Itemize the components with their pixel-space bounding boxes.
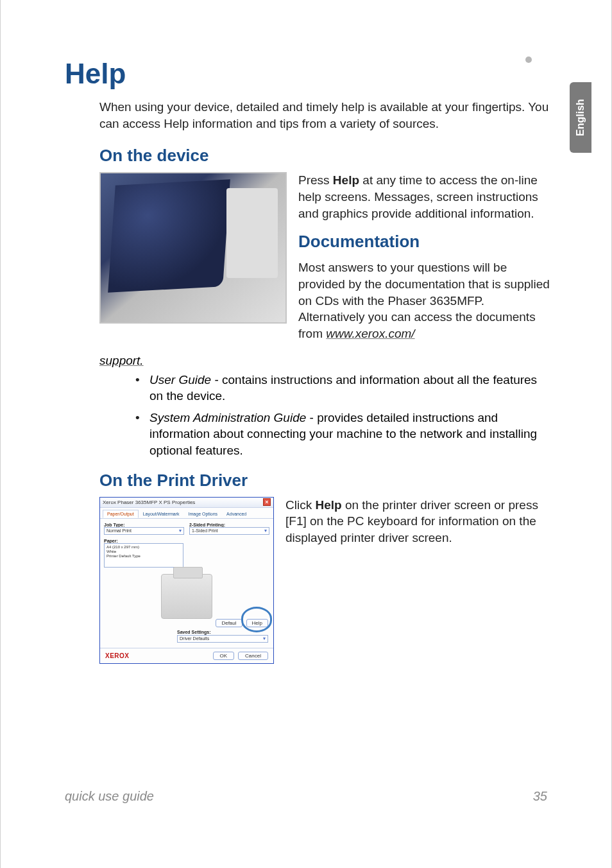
paper-list[interactable]: A4 (210 x 297 mm) White Printer Default … (104, 543, 183, 568)
xerox-brand: XEROX (105, 652, 130, 659)
ok-button[interactable]: OK (213, 652, 235, 660)
driver-dialog-titlebar: Xerox Phaser 3635MFP X PS Properties × (100, 498, 273, 508)
saved-settings-field: Saved Settings: Driver Defaults ▾ (177, 629, 268, 643)
driver-dialog-tabs: Paper/Output Layout/Watermark Image Opti… (100, 508, 273, 519)
footer-left: quick use guide (65, 789, 154, 804)
device-paragraph: Press Help at any time to access the on-… (298, 172, 552, 221)
driver-dialog-body: Job Type: Normal Print ▾ 2-Sided Printin… (100, 519, 273, 623)
device-row: Press Help at any time to access the on-… (99, 172, 552, 351)
tab-advanced[interactable]: Advanced (222, 510, 251, 518)
language-tab-label: English (575, 99, 586, 136)
section-on-device: On the device (99, 146, 552, 166)
tab-layout-watermark[interactable]: Layout/Watermark (139, 510, 184, 518)
saved-settings-select[interactable]: Driver Defaults ▾ (177, 635, 268, 643)
intro-paragraph: When using your device, detailed and tim… (99, 99, 552, 132)
device-text-bold: Help (333, 173, 359, 187)
device-right-column: Press Help at any time to access the on-… (298, 172, 552, 351)
paper-label: Paper: (104, 539, 183, 543)
driver-dialog-footer: XEROX OK Cancel (100, 648, 273, 663)
chevron-down-icon: ▾ (264, 528, 267, 534)
driver-mid-buttons: Defaul Help (216, 619, 268, 627)
documentation-link-head[interactable]: www.xerox.com/ (326, 327, 414, 340)
chevron-down-icon: ▾ (179, 528, 182, 534)
driver-text-pre: Click (285, 498, 315, 512)
job-type-select[interactable]: Normal Print ▾ (104, 527, 184, 535)
two-sided-select[interactable]: 1-Sided Print ▾ (189, 527, 269, 535)
two-sided-value: 1-Sided Print (192, 528, 217, 533)
saved-settings-label: Saved Settings: (177, 630, 211, 634)
help-button[interactable]: Help (246, 619, 268, 627)
tab-paper-output[interactable]: Paper/Output (103, 510, 139, 518)
page-content: Help When using your device, detailed an… (65, 58, 552, 664)
bullet-user-guide: User Guide - contains instructions and i… (135, 372, 552, 404)
close-icon[interactable]: × (263, 498, 271, 506)
driver-text-bold: Help (315, 498, 341, 512)
job-type-label: Job Type: (104, 523, 184, 527)
driver-paragraph: Click Help on the printer driver screen … (285, 497, 552, 546)
page-footer: quick use guide 35 (65, 789, 547, 804)
printer-illustration-icon (161, 574, 212, 619)
bullet-sysadmin-em: System Administration Guide (149, 411, 306, 424)
section-print-driver: On the Print Driver (99, 471, 552, 490)
bullet-sysadmin-guide: System Administration Guide - provides d… (135, 410, 552, 459)
cancel-button[interactable]: Cancel (238, 652, 268, 660)
section-documentation: Documentation (298, 230, 552, 253)
bullet-user-guide-em: User Guide (149, 373, 211, 386)
footer-page-number: 35 (533, 789, 547, 804)
driver-dialog-screenshot: Xerox Phaser 3635MFP X PS Properties × P… (99, 497, 274, 664)
device-text-pre: Press (298, 173, 333, 187)
driver-right-column: Click Help on the printer driver screen … (285, 497, 552, 664)
documentation-paragraph: Most answers to your questions will be p… (298, 259, 552, 342)
documentation-bullets: User Guide - contains instructions and i… (135, 372, 552, 459)
crop-mark-dot (525, 56, 532, 63)
page-title: Help (65, 58, 552, 90)
driver-dialog-title: Xerox Phaser 3635MFP X PS Properties (103, 499, 195, 505)
job-type-field: Job Type: Normal Print ▾ (104, 523, 184, 535)
chevron-down-icon: ▾ (263, 636, 266, 641)
two-sided-label: 2-Sided Printing: (189, 523, 269, 527)
two-sided-field: 2-Sided Printing: 1-Sided Print ▾ (189, 523, 269, 535)
saved-settings-value: Driver Defaults (180, 636, 209, 641)
device-photo (99, 172, 287, 324)
documentation-link-tail[interactable]: support. (99, 354, 552, 368)
driver-row: Xerox Phaser 3635MFP X PS Properties × P… (99, 497, 552, 664)
defaults-button[interactable]: Defaul (216, 619, 242, 627)
job-type-value: Normal Print (106, 528, 132, 533)
paper-field: Paper: A4 (210 x 297 mm) White Printer D… (104, 539, 183, 568)
tab-image-options[interactable]: Image Options (184, 510, 223, 518)
language-tab[interactable]: English (570, 82, 591, 153)
